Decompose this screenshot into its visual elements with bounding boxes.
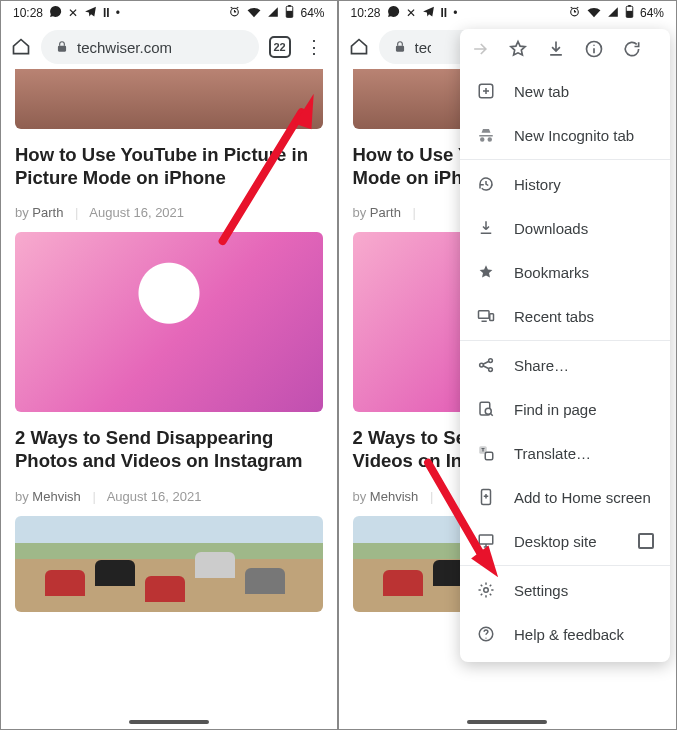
desktop-icon	[476, 531, 496, 551]
menu-share[interactable]: Share…	[460, 343, 670, 387]
nav-handle[interactable]	[129, 720, 209, 724]
overflow-menu: New tab New Incognito tab History Downlo…	[460, 29, 670, 662]
signal-icon	[267, 6, 279, 21]
menu-toolbar	[460, 35, 670, 69]
home-icon[interactable]	[11, 37, 31, 57]
status-time: 10:28	[13, 6, 43, 20]
article-thumbnail[interactable]	[15, 232, 323, 412]
article-date: August 16, 2021	[89, 205, 184, 220]
wifi-icon	[247, 6, 261, 21]
menu-history[interactable]: History	[460, 162, 670, 206]
battery-icon	[285, 5, 294, 21]
article-byline: by Mehvish | August 16, 2021	[15, 489, 323, 504]
menu-downloads[interactable]: Downloads	[460, 206, 670, 250]
menu-recent-tabs[interactable]: Recent tabs	[460, 294, 670, 338]
status-more-icon: •	[453, 6, 457, 20]
signal-icon	[607, 6, 619, 21]
menu-label: Share…	[514, 357, 569, 374]
menu-translate[interactable]: Translate…	[460, 431, 670, 475]
alarm-icon	[228, 5, 241, 21]
address-bar[interactable]: techwiser.com	[41, 30, 259, 64]
menu-find[interactable]: Find in page	[460, 387, 670, 431]
menu-bookmarks[interactable]: Bookmarks	[460, 250, 670, 294]
history-icon	[476, 174, 496, 194]
menu-new-tab[interactable]: New tab	[460, 69, 670, 113]
nav-handle[interactable]	[467, 720, 547, 724]
forward-icon[interactable]	[470, 39, 490, 59]
svg-rect-8	[628, 5, 631, 6]
refresh-icon[interactable]	[622, 39, 642, 59]
status-telegram-icon	[422, 5, 435, 21]
battery-pct: 64%	[640, 6, 664, 20]
share-icon	[476, 355, 496, 375]
menu-label: Add to Home screen	[514, 489, 651, 506]
status-pause-icon: II	[103, 6, 110, 20]
wifi-icon	[587, 6, 601, 21]
desktop-checkbox[interactable]	[638, 533, 654, 549]
tab-switcher[interactable]: 22	[269, 36, 291, 58]
alarm-icon	[568, 5, 581, 21]
screenshot-right: 10:28 ✕ II • 64%	[339, 1, 677, 729]
article-thumbnail[interactable]	[15, 516, 323, 612]
find-icon	[476, 399, 496, 419]
status-whatsapp-icon	[49, 5, 62, 21]
menu-label: History	[514, 176, 561, 193]
menu-button[interactable]: ⋮	[301, 36, 327, 58]
incognito-icon	[476, 125, 496, 145]
star-icon[interactable]	[508, 39, 528, 59]
status-tools-icon: ✕	[406, 6, 416, 20]
menu-desktop-site[interactable]: Desktop site	[460, 519, 670, 563]
article-title[interactable]: How to Use YouTube in Picture in Picture…	[15, 143, 323, 189]
plus-square-icon	[476, 81, 496, 101]
svg-rect-7	[626, 11, 633, 18]
article-thumbnail[interactable]	[15, 69, 323, 129]
menu-help[interactable]: Help & feedback	[460, 612, 670, 656]
article-title[interactable]: 2 Ways to Send Disappearing Photos and V…	[15, 426, 323, 472]
svg-rect-4	[58, 46, 66, 52]
star-icon	[476, 262, 496, 282]
svg-point-23	[484, 588, 489, 593]
status-whatsapp-icon	[387, 5, 400, 21]
info-icon[interactable]	[584, 39, 604, 59]
status-tools-icon: ✕	[68, 6, 78, 20]
status-bar: 10:28 ✕ II • 64%	[1, 1, 337, 25]
author: Parth	[32, 205, 63, 220]
home-icon[interactable]	[349, 37, 369, 57]
menu-settings[interactable]: Settings	[460, 568, 670, 612]
svg-point-18	[485, 408, 491, 414]
author: Parth	[370, 205, 401, 220]
help-icon	[476, 624, 496, 644]
menu-incognito[interactable]: New Incognito tab	[460, 113, 670, 157]
lock-icon	[393, 40, 407, 54]
menu-label: Settings	[514, 582, 568, 599]
svg-rect-9	[395, 46, 403, 52]
author: Mehvish	[32, 489, 80, 504]
download-icon	[476, 218, 496, 238]
menu-label: Bookmarks	[514, 264, 589, 281]
menu-label: New tab	[514, 83, 569, 100]
download-icon[interactable]	[546, 39, 566, 59]
menu-label: New Incognito tab	[514, 127, 634, 144]
status-telegram-icon	[84, 5, 97, 21]
article-feed[interactable]: How to Use YouTube in Picture in Picture…	[1, 69, 337, 618]
svg-rect-3	[289, 5, 292, 6]
gear-icon	[476, 580, 496, 600]
lock-icon	[55, 40, 69, 54]
menu-add-home[interactable]: Add to Home screen	[460, 475, 670, 519]
svg-rect-13	[490, 314, 494, 321]
article-byline: by Parth | August 16, 2021	[15, 205, 323, 220]
article-date: August 16, 2021	[107, 489, 202, 504]
url-text: techwiser.com	[77, 39, 172, 56]
url-text: techwiser.com	[415, 39, 431, 56]
status-bar: 10:28 ✕ II • 64%	[339, 1, 677, 25]
screenshot-left: 10:28 ✕ II • 64%	[1, 1, 339, 729]
svg-rect-12	[479, 311, 490, 319]
battery-pct: 64%	[300, 6, 324, 20]
svg-rect-22	[479, 535, 493, 544]
devices-icon	[476, 306, 496, 326]
author: Mehvish	[370, 489, 418, 504]
menu-label: Desktop site	[514, 533, 597, 550]
status-time: 10:28	[351, 6, 381, 20]
menu-label: Downloads	[514, 220, 588, 237]
browser-toolbar: techwiser.com 22 ⋮	[1, 25, 337, 69]
